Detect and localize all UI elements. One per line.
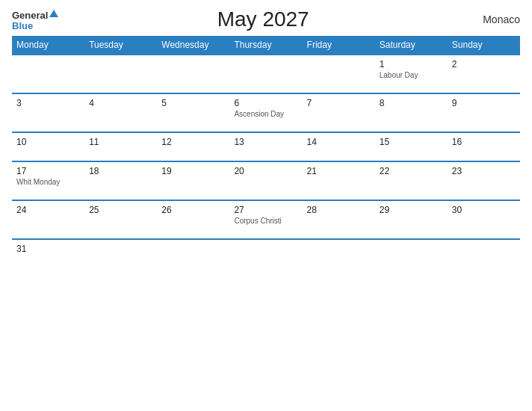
day-cell: 21 (303, 161, 375, 200)
day-cell: 4 (84, 93, 157, 132)
day-number: 15 (380, 137, 443, 147)
day-cell: 18 (84, 161, 157, 200)
day-cell (303, 55, 375, 93)
logo: General Blue (12, 9, 58, 31)
day-number: 10 (16, 137, 80, 147)
day-number: 28 (307, 205, 371, 215)
day-cell: 22 (375, 161, 448, 200)
logo-triangle-icon (49, 10, 58, 17)
day-cell: 14 (303, 132, 375, 161)
header: General Blue May 2027 Monaco (12, 7, 520, 31)
day-number: 18 (89, 166, 152, 176)
day-cell: 5 (157, 93, 229, 132)
day-number: 21 (307, 166, 371, 176)
day-cell: 6Ascension Day (229, 93, 302, 132)
header-tuesday: Tuesday (84, 36, 157, 55)
day-number: 13 (234, 137, 297, 147)
header-wednesday: Wednesday (157, 36, 229, 55)
holiday-label: Corpus Christi (234, 217, 297, 225)
header-thursday: Thursday (229, 36, 302, 55)
day-cell (157, 239, 229, 268)
header-monday: Monday (12, 36, 84, 55)
day-number: 9 (452, 98, 516, 108)
day-number: 20 (234, 166, 297, 176)
day-number: 29 (380, 205, 443, 215)
week-row-6: 31 (12, 239, 520, 268)
day-cell: 23 (448, 161, 520, 200)
logo-top: General (12, 9, 58, 21)
day-cell: 8 (375, 93, 448, 132)
page: General Blue May 2027 Monaco Monday Tues… (0, 0, 532, 411)
day-number: 27 (234, 205, 297, 215)
day-cell: 19 (157, 161, 229, 200)
day-number: 4 (89, 98, 152, 108)
day-number: 8 (380, 98, 443, 108)
day-number: 2 (452, 59, 516, 69)
day-cell: 15 (375, 132, 448, 161)
day-number: 30 (452, 205, 516, 215)
logo-blue-text: Blue (12, 21, 33, 31)
day-number: 7 (307, 98, 371, 108)
day-cell: 30 (448, 200, 520, 239)
calendar-table: Monday Tuesday Wednesday Thursday Friday… (12, 36, 520, 268)
day-cell: 3 (12, 93, 84, 132)
day-cell: 11 (84, 132, 157, 161)
day-number: 5 (161, 98, 225, 108)
day-cell: 10 (12, 132, 84, 161)
logo-general-text: General (12, 10, 48, 21)
day-cell: 12 (157, 132, 229, 161)
holiday-label: Whit Monday (16, 178, 80, 186)
day-number: 31 (16, 244, 80, 254)
day-cell: 24 (12, 200, 84, 239)
header-friday: Friday (303, 36, 375, 55)
day-cell: 26 (157, 200, 229, 239)
holiday-label: Ascension Day (234, 110, 297, 118)
day-cell (84, 239, 157, 268)
days-header-row: Monday Tuesday Wednesday Thursday Friday… (12, 36, 520, 55)
day-cell (229, 55, 302, 93)
day-cell: 20 (229, 161, 302, 200)
day-cell (448, 239, 520, 268)
day-cell (12, 55, 84, 93)
day-cell: 29 (375, 200, 448, 239)
day-number: 16 (452, 137, 516, 147)
day-number: 1 (380, 59, 443, 69)
day-cell: 16 (448, 132, 520, 161)
day-cell: 7 (303, 93, 375, 132)
day-number: 6 (234, 98, 297, 108)
week-row-5: 24252627Corpus Christi282930 (12, 200, 520, 239)
calendar-title: May 2027 (58, 7, 468, 31)
day-cell (375, 239, 448, 268)
header-sunday: Sunday (448, 36, 520, 55)
week-row-4: 17Whit Monday181920212223 (12, 161, 520, 200)
day-number: 26 (161, 205, 225, 215)
day-cell: 28 (303, 200, 375, 239)
day-number: 24 (16, 205, 80, 215)
day-cell: 25 (84, 200, 157, 239)
day-number: 17 (16, 166, 80, 176)
day-number: 23 (452, 166, 516, 176)
day-number: 25 (89, 205, 152, 215)
day-cell: 1Labour Day (375, 55, 448, 93)
day-cell: 9 (448, 93, 520, 132)
week-row-3: 10111213141516 (12, 132, 520, 161)
day-cell: 13 (229, 132, 302, 161)
day-cell: 17Whit Monday (12, 161, 84, 200)
day-cell: 2 (448, 55, 520, 93)
holiday-label: Labour Day (380, 71, 443, 79)
day-cell (229, 239, 302, 268)
header-saturday: Saturday (375, 36, 448, 55)
day-number: 22 (380, 166, 443, 176)
country-label: Monaco (468, 13, 520, 25)
day-cell: 27Corpus Christi (229, 200, 302, 239)
day-cell: 31 (12, 239, 84, 268)
day-number: 12 (161, 137, 225, 147)
day-number: 14 (307, 137, 371, 147)
day-cell (84, 55, 157, 93)
week-row-2: 3456Ascension Day789 (12, 93, 520, 132)
day-cell (303, 239, 375, 268)
day-number: 3 (16, 98, 80, 108)
week-row-1: 1Labour Day2 (12, 55, 520, 93)
day-cell (157, 55, 229, 93)
day-number: 19 (161, 166, 225, 176)
